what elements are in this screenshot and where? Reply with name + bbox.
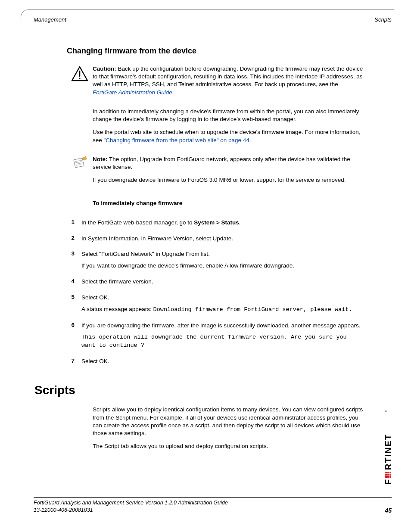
page: Management Scripts Changing firmware fro…	[0, 0, 411, 532]
svg-rect-8	[387, 474, 389, 476]
scripts-intro: Scripts allow you to deploy identical co…	[67, 406, 364, 455]
xref-link[interactable]: "Changing firmware from the portal web s…	[104, 137, 249, 143]
caution-block: Caution: Back up the configuration befor…	[67, 65, 364, 102]
note-text: Note: The option, Upgrade from FortiGuar…	[93, 156, 364, 190]
step-6: 6 If you are downgrading the firmware, a…	[67, 322, 364, 353]
running-header-right: Scripts	[374, 16, 392, 23]
caution-tail: .	[172, 89, 174, 96]
note-paragraph: If you downgrade device firmware to Fort…	[93, 176, 364, 184]
caution-label: Caution:	[93, 65, 116, 72]
paragraph: In addition to immediately changing a de…	[93, 108, 364, 123]
page-number: 45	[385, 507, 392, 514]
code-inline: Downloading firmware from FortiGuard ser…	[153, 306, 352, 313]
procedure-heading: To immediately change firmware	[93, 199, 364, 207]
running-header-left: Management	[34, 16, 66, 23]
step-1: 1 In the FortiGate web-based manager, go…	[67, 219, 364, 230]
note-body: The option, Upgrade from FortiGuard netw…	[93, 156, 350, 170]
svg-point-2	[79, 78, 80, 79]
content-area: Changing firmware from the device Cautio…	[67, 47, 364, 462]
step-4: 4 Select the firmware version.	[67, 278, 364, 289]
svg-rect-6	[385, 472, 387, 473]
note-label: Note:	[93, 156, 108, 162]
step-3: 3 Select "FortiGuard Network" in Upgrade…	[67, 250, 364, 274]
section-heading: Changing firmware from the device	[67, 47, 364, 56]
step-5: 5 Select OK. A status message appears: D…	[67, 294, 364, 317]
footer-text: FortiGuard Analysis and Management Servi…	[34, 499, 392, 514]
svg-rect-10	[389, 476, 391, 478]
footer: FortiGuard Analysis and Management Servi…	[34, 497, 392, 514]
header-rule	[33, 9, 394, 10]
page-corner	[21, 9, 33, 22]
svg-text:RTINET: RTINET	[383, 434, 393, 470]
steps-list: 1 In the FortiGate web-based manager, go…	[67, 219, 364, 369]
h1-scripts: Scripts	[34, 383, 364, 397]
step-7: 7 Select OK.	[67, 358, 364, 369]
procedure-block: To immediately change firmware	[67, 195, 364, 212]
caution-text: Caution: Back up the configuration befor…	[93, 65, 364, 102]
svg-rect-5	[385, 474, 387, 476]
svg-rect-4	[385, 476, 387, 478]
svg-rect-7	[387, 476, 389, 478]
footer-rule	[34, 497, 392, 498]
paragraph: Scripts allow you to deploy identical co…	[93, 406, 364, 437]
caution-icon	[67, 65, 93, 102]
note-block: Note: The option, Upgrade from FortiGuar…	[67, 156, 364, 190]
svg-rect-12	[389, 472, 391, 473]
svg-text:F: F	[383, 479, 393, 485]
caution-link[interactable]: FortiGate Administration Guide	[93, 89, 172, 96]
paragraph: The Script tab allows you to upload and …	[93, 442, 364, 450]
caution-body: Back up the configuration before downgra…	[93, 65, 363, 87]
paragraph: Use the portal web site to schedule when…	[93, 128, 364, 144]
svg-text:®: ®	[385, 410, 387, 412]
code-block: This operation will downgrade the curren…	[81, 333, 364, 350]
note-icon	[67, 156, 93, 190]
svg-rect-11	[389, 474, 391, 476]
fortinet-logo: F RTINET ®	[383, 403, 393, 489]
step-2: 2 In System Information, in Firmware Ver…	[67, 235, 364, 246]
svg-rect-9	[387, 472, 389, 473]
ui-path: System > Status	[194, 219, 239, 226]
para-block-1: In addition to immediately changing a de…	[67, 108, 364, 149]
